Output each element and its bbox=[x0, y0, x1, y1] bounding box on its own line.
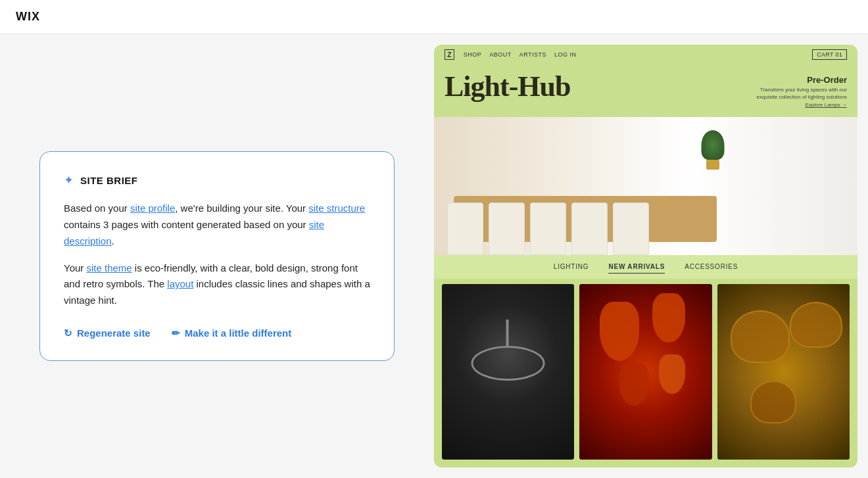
tab-lighting[interactable]: LIGHTING bbox=[554, 263, 589, 274]
make-different-label: Make it a little different bbox=[185, 327, 292, 339]
preview-hero-title: Light-Hub bbox=[445, 71, 571, 103]
chandelier-main bbox=[462, 320, 554, 407]
red-lamp-2 bbox=[652, 293, 685, 343]
site-brief-card: ✦ SITE BRIEF Based on your site profile,… bbox=[39, 151, 395, 361]
product-card-red-lamps[interactable] bbox=[579, 284, 711, 460]
tab-accessories[interactable]: ACCESSORIES bbox=[685, 263, 738, 274]
product-image-red-lamps bbox=[579, 284, 711, 460]
nav-link-artists: ARTISTS bbox=[519, 51, 546, 58]
preview-nav-links: SHOP ABOUT ARTISTS LOG IN bbox=[464, 51, 577, 58]
main-layout: ✦ SITE BRIEF Based on your site profile,… bbox=[0, 34, 868, 478]
room-chair-3 bbox=[530, 203, 566, 255]
p1-text2: , we're building your site. Your bbox=[175, 203, 308, 214]
red-lamp-4 bbox=[659, 354, 685, 394]
sparkle-icon: ✦ bbox=[64, 173, 74, 187]
site-brief-body: Based on your site profile, we're buildi… bbox=[64, 201, 370, 309]
site-preview: Z SHOP ABOUT ARTISTS LOG IN CART 01 Ligh… bbox=[434, 45, 857, 467]
preview-main-image bbox=[434, 117, 857, 255]
p1-text3: contains 3 pages with content generated … bbox=[64, 219, 309, 230]
left-panel: ✦ SITE BRIEF Based on your site profile,… bbox=[0, 34, 434, 478]
preview-nav-left: Z SHOP ABOUT ARTISTS LOG IN bbox=[445, 49, 577, 60]
preview-nav-cart: CART 01 bbox=[812, 49, 847, 60]
paragraph-1: Based on your site profile, we're buildi… bbox=[64, 201, 370, 249]
preview-preorder-label: Pre-Order bbox=[742, 75, 847, 85]
preview-tabs: LIGHTING NEW ARRIVALS ACCESSORIES bbox=[434, 255, 857, 279]
product-image-chandelier bbox=[442, 284, 574, 460]
red-lamp-1 bbox=[600, 302, 639, 361]
preview-navbar: Z SHOP ABOUT ARTISTS LOG IN CART 01 bbox=[434, 45, 857, 64]
p2-text1: Your bbox=[64, 262, 86, 274]
preview-hero-right: Pre-Order Transform your living spaces w… bbox=[742, 71, 847, 108]
p1-text1: Based on your bbox=[64, 203, 130, 214]
nav-link-login: LOG IN bbox=[554, 51, 577, 58]
product-card-chandelier[interactable] bbox=[442, 284, 574, 460]
wicker-lamp-1 bbox=[731, 310, 790, 363]
preview-products bbox=[434, 279, 857, 467]
room-chairs bbox=[447, 203, 649, 255]
site-brief-title: SITE BRIEF bbox=[80, 175, 138, 186]
p1-text4: . bbox=[112, 235, 114, 247]
room-chair-4 bbox=[571, 203, 608, 255]
paragraph-2: Your site theme is eco-friendly, with a … bbox=[64, 260, 370, 309]
preview-nav-logo: Z bbox=[445, 49, 454, 60]
nav-link-shop: SHOP bbox=[464, 51, 482, 58]
preview-hero: Light-Hub Pre-Order Transform your livin… bbox=[434, 64, 857, 117]
wand-icon: ✏ bbox=[172, 327, 180, 339]
preview-image-inner bbox=[434, 117, 857, 255]
make-different-button[interactable]: ✏ Make it a little different bbox=[172, 327, 292, 339]
product-card-wicker[interactable] bbox=[717, 284, 850, 460]
nav-link-about: ABOUT bbox=[489, 51, 512, 58]
plant-leaves bbox=[702, 130, 725, 160]
app-header: WIX bbox=[0, 0, 868, 34]
wix-logo: WIX bbox=[16, 10, 40, 24]
wicker-lamp-3 bbox=[750, 381, 796, 423]
site-profile-link[interactable]: site profile bbox=[130, 203, 175, 214]
regenerate-icon: ↻ bbox=[64, 327, 72, 339]
layout-link[interactable]: layout bbox=[167, 278, 193, 289]
chandelier-rod bbox=[506, 320, 509, 346]
room-chair-2 bbox=[489, 203, 525, 255]
room-chair-1 bbox=[447, 203, 483, 255]
room-chair-5 bbox=[613, 203, 649, 255]
site-theme-link[interactable]: site theme bbox=[86, 262, 132, 274]
room-plant bbox=[700, 130, 726, 170]
product-image-wicker bbox=[717, 284, 850, 460]
site-structure-link[interactable]: site structure bbox=[308, 203, 365, 214]
plant-pot bbox=[706, 160, 719, 170]
regenerate-label: Regenerate site bbox=[77, 327, 151, 339]
site-brief-actions: ↻ Regenerate site ✏ Make it a little dif… bbox=[64, 327, 370, 339]
preview-preorder-sub: Transform your living spaces with our ex… bbox=[742, 86, 847, 101]
tab-new-arrivals[interactable]: NEW ARRIVALS bbox=[608, 263, 665, 274]
site-brief-header: ✦ SITE BRIEF bbox=[64, 173, 370, 187]
red-lamp-3 bbox=[619, 363, 649, 406]
regenerate-site-button[interactable]: ↻ Regenerate site bbox=[64, 327, 151, 339]
wicker-lamp-2 bbox=[790, 302, 842, 348]
right-panel: Z SHOP ABOUT ARTISTS LOG IN CART 01 Ligh… bbox=[434, 34, 868, 478]
chandelier-ring bbox=[471, 346, 545, 381]
preview-explore-link: Explore Lamps → bbox=[742, 102, 847, 108]
